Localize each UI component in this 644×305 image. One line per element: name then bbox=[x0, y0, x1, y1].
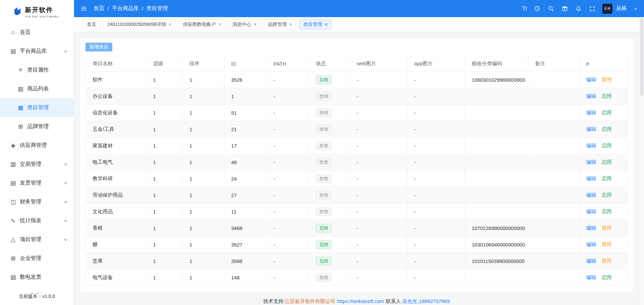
edit-link[interactable]: 编辑 bbox=[586, 225, 596, 231]
status-badge: 禁用 bbox=[316, 92, 331, 101]
fullscreen-icon[interactable] bbox=[588, 5, 596, 12]
sidebar-item-home[interactable]: ⌂首页 bbox=[0, 23, 74, 42]
tab-item[interactable]: 消息中心× bbox=[228, 20, 261, 30]
column-header: ID bbox=[224, 56, 267, 72]
gift-icon[interactable] bbox=[561, 5, 568, 12]
user-name[interactable]: 吴栋 bbox=[616, 5, 627, 12]
edit-link[interactable]: 编辑 bbox=[586, 176, 596, 181]
cell-path: - bbox=[267, 72, 309, 88]
close-icon[interactable]: × bbox=[254, 22, 257, 27]
sidebar-item-digital-invoice[interactable]: ▤数电发票 bbox=[0, 268, 74, 287]
sidebar-item-enterprise-manage[interactable]: ⊞企业管理 bbox=[0, 249, 74, 268]
enable-link[interactable]: 启用 bbox=[602, 208, 612, 214]
edit-link[interactable]: 编辑 bbox=[586, 77, 596, 82]
sidebar-item-label: 统计报表 bbox=[20, 217, 41, 224]
disable-link[interactable]: 禁用 bbox=[602, 225, 612, 231]
cell-level: 1 bbox=[146, 88, 183, 105]
tab-item[interactable]: 2481101000026056098详情× bbox=[103, 20, 176, 30]
enable-link[interactable]: 启用 bbox=[602, 274, 612, 280]
menu-collapse-icon[interactable] bbox=[80, 5, 87, 12]
edit-link[interactable]: 编辑 bbox=[586, 208, 596, 214]
enable-link[interactable]: 启用 bbox=[602, 110, 612, 115]
breadcrumb-item[interactable]: 类目管理 bbox=[146, 5, 168, 12]
status-badge: 禁用 bbox=[316, 191, 331, 199]
sidebar-item-category-attrs[interactable]: ≡类目属性 bbox=[0, 61, 74, 79]
tab-item[interactable]: 品牌管理× bbox=[264, 20, 296, 30]
edit-link[interactable]: 编辑 bbox=[586, 110, 596, 115]
column-header: 税收分类编码 bbox=[465, 56, 528, 72]
sidebar-item-finance-manage[interactable]: ◫财务管理∨ bbox=[0, 192, 74, 211]
edit-link[interactable]: 编辑 bbox=[586, 126, 596, 132]
cell-actions: 编辑启用 bbox=[579, 187, 628, 203]
scrollbar-thumb[interactable] bbox=[640, 18, 643, 96]
cell-id: 27 bbox=[224, 187, 267, 203]
tab-item[interactable]: 首页 bbox=[83, 20, 100, 30]
edit-link[interactable]: 编辑 bbox=[586, 93, 596, 99]
edit-link[interactable]: 编辑 bbox=[586, 159, 596, 165]
sidebar-item-brand-manage[interactable]: ⊞品牌管理 bbox=[0, 117, 74, 136]
cell-web-image: - bbox=[350, 187, 407, 203]
edit-link[interactable]: 编辑 bbox=[586, 192, 596, 198]
font-size-icon[interactable]: Tt bbox=[522, 5, 527, 12]
cell-status: 禁用 bbox=[309, 88, 350, 105]
status-badge: 禁用 bbox=[316, 175, 331, 183]
table-row: 糖113527-启用--1030106040000000000编辑禁用 bbox=[86, 236, 628, 253]
enable-link[interactable]: 启用 bbox=[602, 126, 612, 132]
close-icon[interactable]: × bbox=[169, 22, 172, 27]
enable-link[interactable]: 启用 bbox=[602, 143, 612, 148]
header-actions: Tt 吴栋 吴栋 bbox=[522, 4, 638, 14]
avatar[interactable]: 吴栋 bbox=[602, 4, 612, 14]
enable-link[interactable]: 启用 bbox=[602, 192, 612, 198]
main-content: 新增类目 类目名称层级排序IDPATH状态web图片app图片税收分类编码备注#… bbox=[74, 32, 639, 305]
sidebar-item-task-queue[interactable]: ⊟任务队列∨ bbox=[0, 287, 74, 294]
disable-link[interactable]: 禁用 bbox=[602, 258, 612, 264]
website-link[interactable]: https://xinkaisoft.com bbox=[337, 298, 384, 304]
search-icon[interactable] bbox=[547, 5, 554, 12]
sidebar-item-invoice-manage[interactable]: ▤发票管理∨ bbox=[0, 174, 74, 192]
contact-link[interactable]: 吴先生,18862757669 bbox=[402, 298, 450, 304]
cell-actions: 编辑禁用 bbox=[579, 72, 628, 88]
close-icon[interactable]: × bbox=[218, 22, 221, 27]
company-link[interactable]: 江苏新开软件有限公司 bbox=[285, 298, 335, 304]
disable-link[interactable]: 禁用 bbox=[602, 241, 612, 247]
cell-app-image: - bbox=[407, 187, 465, 203]
tab-item[interactable]: 类目管理× bbox=[299, 20, 331, 30]
tab-item[interactable]: 供应商数电账户× bbox=[179, 20, 225, 30]
edit-link[interactable]: 编辑 bbox=[586, 258, 596, 264]
sidebar-item-platform-goods[interactable]: ▤平台商品库∧ bbox=[0, 42, 74, 61]
sidebar-item-category-manage[interactable]: ▦类目管理 bbox=[0, 98, 74, 117]
tab-bar: 首页2481101000026056098详情×供应商数电账户×消息中心×品牌管… bbox=[74, 17, 639, 32]
table-row: 坚果113588-启用--1010115039900000000编辑禁用 bbox=[86, 253, 628, 269]
close-icon[interactable]: × bbox=[289, 22, 292, 27]
disable-link[interactable]: 禁用 bbox=[602, 77, 612, 82]
cell-actions: 编辑启用 bbox=[579, 154, 628, 170]
enable-link[interactable]: 启用 bbox=[602, 176, 612, 181]
enable-link[interactable]: 启用 bbox=[602, 159, 612, 165]
cell-sort: 1 bbox=[183, 253, 224, 269]
page-scrollbar[interactable] bbox=[639, 17, 644, 305]
status-badge: 禁用 bbox=[316, 109, 331, 117]
sidebar-item-project-manage[interactable]: △项目管理∨ bbox=[0, 230, 74, 249]
cell-path: - bbox=[267, 154, 309, 170]
close-icon[interactable]: × bbox=[324, 22, 327, 27]
cell-path: - bbox=[267, 220, 309, 236]
breadcrumb-item[interactable]: 首页 bbox=[94, 5, 104, 12]
chevron-down-icon: ∨ bbox=[64, 181, 68, 185]
clock-icon[interactable] bbox=[533, 5, 541, 12]
chevron-down-icon[interactable] bbox=[633, 5, 638, 12]
breadcrumb-item[interactable]: 平台商品库 bbox=[112, 5, 139, 12]
edit-link[interactable]: 编辑 bbox=[586, 274, 596, 280]
sidebar-item-label: 企业管理 bbox=[20, 255, 41, 262]
add-category-button[interactable]: 新增类目 bbox=[85, 43, 112, 51]
cell-sort: 1 bbox=[183, 88, 224, 105]
sidebar-item-goods-list[interactable]: ▤商品列表 bbox=[0, 79, 74, 98]
enable-link[interactable]: 启用 bbox=[602, 93, 612, 99]
sidebar-item-report-stats[interactable]: ∿统计报表∨ bbox=[0, 211, 74, 230]
sidebar-item-supplier-manage[interactable]: ◈供应商管理 bbox=[0, 136, 74, 155]
cell-id: 17 bbox=[224, 138, 267, 154]
bell-icon[interactable] bbox=[575, 5, 582, 12]
logo-icon bbox=[13, 7, 22, 17]
edit-link[interactable]: 编辑 bbox=[586, 143, 596, 148]
sidebar-item-trade-manage[interactable]: ▥交易管理∨ bbox=[0, 155, 74, 174]
edit-link[interactable]: 编辑 bbox=[586, 241, 596, 247]
